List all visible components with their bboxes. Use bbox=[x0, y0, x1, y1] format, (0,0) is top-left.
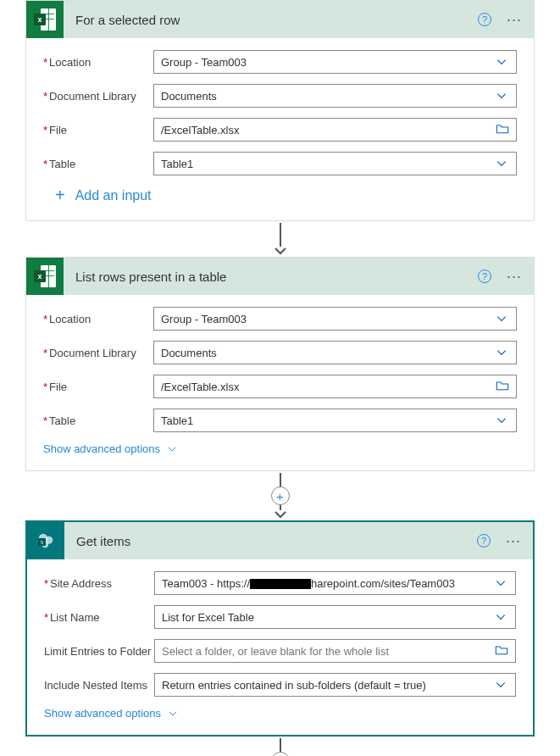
field-label: *List Name bbox=[44, 611, 154, 624]
chevron-down-icon bbox=[494, 158, 509, 170]
card-get-items: S Get items ? ··· *Site Address Team003 … bbox=[25, 520, 535, 737]
folder-icon bbox=[495, 644, 508, 659]
card-list-rows: x List rows present in a table ? ··· *Lo… bbox=[25, 257, 535, 471]
card-header[interactable]: x For a selected row ? ··· bbox=[26, 1, 534, 38]
folder-icon bbox=[496, 123, 509, 137]
chevron-down-icon bbox=[493, 679, 508, 691]
excel-icon: x bbox=[26, 1, 64, 38]
field-label: *Location bbox=[43, 56, 153, 69]
file-picker[interactable]: /ExcelTable.xlsx bbox=[153, 118, 517, 142]
card-title: List rows present in a table bbox=[64, 270, 478, 284]
table-dropdown[interactable]: Table1 bbox=[153, 152, 517, 175]
card-header[interactable]: S Get items ? ··· bbox=[27, 522, 533, 559]
document-library-dropdown[interactable]: Documents bbox=[153, 84, 517, 108]
field-label: Limit Entries to Folder bbox=[44, 645, 154, 658]
chevron-down-icon bbox=[494, 313, 509, 325]
field-label: *Document Library bbox=[43, 90, 153, 103]
help-icon[interactable]: ? bbox=[477, 534, 491, 548]
excel-icon: x bbox=[26, 258, 64, 295]
folder-icon bbox=[496, 380, 509, 394]
show-advanced-options[interactable]: Show advanced options bbox=[44, 707, 516, 720]
chevron-down-icon bbox=[493, 577, 508, 589]
more-icon[interactable]: ··· bbox=[503, 11, 525, 29]
field-label: *File bbox=[43, 124, 153, 136]
help-icon[interactable]: ? bbox=[478, 270, 491, 283]
chevron-down-icon bbox=[494, 90, 509, 102]
add-step-button[interactable]: + bbox=[271, 486, 290, 505]
flow-arrow bbox=[25, 223, 535, 255]
table-dropdown[interactable]: Table1 bbox=[153, 409, 517, 432]
redacted-text bbox=[250, 579, 311, 589]
list-name-dropdown[interactable]: List for Excel Table bbox=[154, 605, 516, 629]
chevron-down-icon bbox=[494, 347, 509, 359]
field-label: *Table bbox=[43, 158, 153, 170]
location-dropdown[interactable]: Group - Team003 bbox=[153, 50, 517, 74]
site-address-value: Team003 - https://harepoint.com/sites/Te… bbox=[162, 577, 493, 590]
field-label: Include Nested Items bbox=[44, 679, 154, 692]
card-header[interactable]: x List rows present in a table ? ··· bbox=[26, 258, 534, 295]
show-advanced-options[interactable]: Show advanced options bbox=[43, 442, 517, 455]
limit-folder-picker[interactable]: Select a folder, or leave blank for the … bbox=[154, 639, 516, 663]
chevron-down-icon bbox=[494, 414, 509, 426]
document-library-dropdown[interactable]: Documents bbox=[153, 341, 517, 364]
field-label: *Site Address bbox=[44, 577, 154, 590]
card-for-selected-row: x For a selected row ? ··· *Location Gro… bbox=[25, 0, 535, 221]
include-nested-dropdown[interactable]: Return entries contained in sub-folders … bbox=[154, 673, 516, 697]
add-input-button[interactable]: +Add an input bbox=[55, 186, 517, 205]
file-picker[interactable]: /ExcelTable.xlsx bbox=[153, 375, 517, 398]
help-icon[interactable]: ? bbox=[478, 13, 491, 26]
location-dropdown[interactable]: Group - Team003 bbox=[153, 307, 517, 331]
card-title: For a selected row bbox=[64, 13, 478, 27]
field-label: *Location bbox=[43, 313, 153, 325]
more-icon[interactable]: ··· bbox=[502, 532, 524, 550]
chevron-down-icon bbox=[494, 56, 509, 68]
chevron-down-icon bbox=[493, 611, 508, 623]
field-label: *Document Library bbox=[43, 347, 153, 359]
more-icon[interactable]: ··· bbox=[503, 268, 525, 286]
field-label: *File bbox=[43, 381, 153, 393]
site-address-dropdown[interactable]: Team003 - https://harepoint.com/sites/Te… bbox=[154, 571, 516, 595]
card-title: Get items bbox=[64, 534, 477, 548]
add-step-button[interactable]: + bbox=[271, 752, 290, 756]
sharepoint-icon: S bbox=[27, 522, 64, 559]
svg-text:S: S bbox=[41, 540, 43, 545]
field-label: *Table bbox=[43, 414, 153, 427]
